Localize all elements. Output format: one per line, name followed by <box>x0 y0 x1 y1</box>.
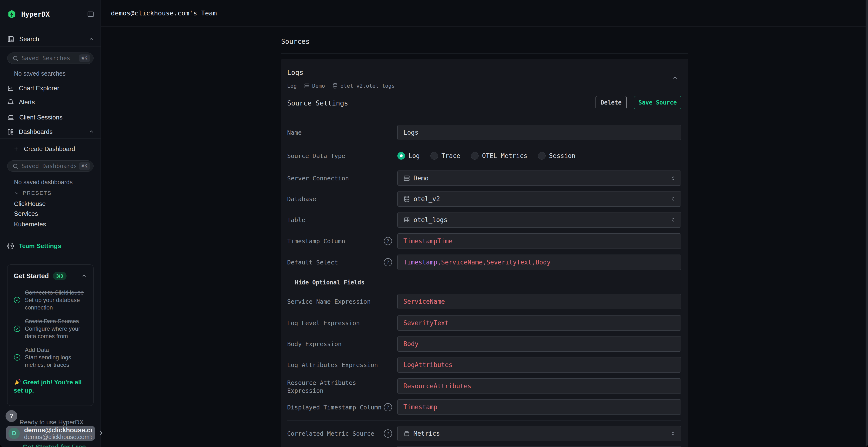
resource-attributes-input[interactable]: ResourceAttributes <box>397 378 681 394</box>
save-source-button[interactable]: Save Source <box>634 96 681 109</box>
radio-icon <box>430 152 438 160</box>
radio-otel-metrics[interactable]: OTEL Metrics <box>471 152 527 160</box>
no-saved-searches-note: No saved searches <box>14 70 66 77</box>
gear-icon <box>7 243 14 249</box>
check-circle-icon <box>14 297 21 304</box>
server-icon <box>403 175 410 182</box>
preset-clickhouse[interactable]: ClickHouse <box>14 200 46 208</box>
scrollbar[interactable] <box>866 0 868 447</box>
sidebar-item-client-sessions[interactable]: Client Sessions <box>7 114 94 121</box>
default-select-input[interactable]: Timestamp,ServiceName,SeverityText,Body <box>397 254 681 270</box>
log-level-input[interactable]: SeverityText <box>397 315 681 331</box>
radio-selected-icon <box>397 152 405 160</box>
data-type-radio-group: Log Trace OTEL Metrics Session <box>397 152 576 160</box>
collapse-card-icon[interactable] <box>672 75 678 81</box>
help-icon[interactable]: ? <box>384 429 392 438</box>
sidebar-item-team-settings[interactable]: Team Settings <box>7 242 94 250</box>
step-title: Create Data Sources <box>25 318 79 324</box>
divider <box>287 289 681 289</box>
sidebar-item-search[interactable]: Search <box>7 35 94 43</box>
select-chevrons-icon <box>670 217 676 223</box>
help-icon[interactable]: ? <box>384 237 392 245</box>
shortcut-badge: ⌘K <box>79 55 90 62</box>
delete-button[interactable]: Delete <box>595 96 627 109</box>
no-saved-dashboards-note: No saved dashboards <box>14 179 72 186</box>
get-started-free-link[interactable]: Get Started for Free <box>23 443 86 447</box>
saved-searches-input[interactable]: ⌘K <box>7 53 94 64</box>
saved-dashboards-field[interactable] <box>22 163 76 170</box>
avatar: D <box>8 428 20 439</box>
table-tag: otel_v2.otel_logs <box>340 83 395 89</box>
step-desc: Set up your database connection <box>25 297 80 311</box>
database-icon <box>332 83 338 89</box>
settings-title: Source Settings <box>287 99 348 107</box>
topbar: demos@clickhouse.com's Team <box>101 0 868 27</box>
sidebar: HyperDX Search ⌘K No saved se <box>0 0 101 447</box>
create-dashboard-button[interactable]: Create Dashboard <box>13 145 94 153</box>
logo-row: HyperDX <box>7 10 94 19</box>
table-grid-icon <box>403 216 410 223</box>
step-title: Connect to ClickHouse <box>25 289 84 296</box>
brand-name: HyperDX <box>21 10 50 18</box>
saved-searches-field[interactable] <box>22 55 76 62</box>
radio-icon <box>471 152 478 160</box>
team-title: demos@clickhouse.com's Team <box>111 9 217 17</box>
log-attributes-input[interactable]: LogAttributes <box>397 357 681 373</box>
help-icon[interactable]: ? <box>384 258 392 266</box>
party-popper-icon <box>14 378 22 386</box>
user-team: demos@clickhouse.com's <box>24 434 92 440</box>
hide-optional-fields-toggle[interactable]: Hide Optional Fields <box>295 279 365 286</box>
presets-toggle[interactable]: PRESETS <box>14 190 94 196</box>
table-select[interactable]: otel_logs <box>397 212 681 228</box>
source-card-title: Logs <box>287 69 303 77</box>
get-started-progress-badge: 3/3 <box>53 272 66 280</box>
get-started-step: Add Data Start sending logs, metrics, or… <box>14 346 87 369</box>
check-circle-icon <box>14 354 21 361</box>
dashboards-icon <box>7 128 14 135</box>
collapse-sidebar-icon[interactable] <box>87 10 94 18</box>
correlated-metric-select[interactable]: Metrics <box>397 426 681 441</box>
name-label: Name <box>287 129 389 137</box>
chevron-up-icon <box>89 129 94 135</box>
help-button[interactable]: ? <box>5 410 18 422</box>
get-started-step: Create Data Sources Configure where your… <box>14 317 87 340</box>
radio-log[interactable]: Log <box>397 152 420 160</box>
log-level-label: Log Level Expression <box>287 319 389 327</box>
alerts-label: Alerts <box>19 99 35 106</box>
name-input[interactable]: Logs <box>397 125 681 140</box>
user-email: demos@clickhouse.com <box>24 426 92 434</box>
chart-explorer-icon <box>7 85 14 92</box>
chevron-up-icon <box>89 36 94 42</box>
radio-trace[interactable]: Trace <box>430 152 460 160</box>
select-chevrons-icon <box>670 175 676 181</box>
user-menu[interactable]: D demos@clickhouse.com demos@clickhouse.… <box>6 426 95 441</box>
shortcut-badge: ⌘K <box>79 162 90 170</box>
search-icon <box>12 55 19 61</box>
saved-dashboards-input[interactable]: ⌘K <box>7 161 94 172</box>
preset-kubernetes[interactable]: Kubernetes <box>14 220 46 228</box>
table-label: Table <box>287 216 389 224</box>
sidebar-item-chart-explorer[interactable]: Chart Explorer <box>7 84 94 92</box>
sidebar-item-dashboards[interactable]: Dashboards <box>7 128 94 136</box>
create-dashboard-label: Create Dashboard <box>24 145 75 153</box>
chevron-up-icon[interactable] <box>81 273 87 279</box>
radio-session[interactable]: Session <box>538 152 576 160</box>
source-tags: Log Demo otel_v2.otel_logs <box>287 83 395 89</box>
team-settings-label: Team Settings <box>19 242 61 250</box>
database-select[interactable]: otel_v2 <box>397 191 681 207</box>
displayed-timestamp-input[interactable]: Timestamp <box>397 399 681 415</box>
step-desc: Start sending logs, metrics, or traces <box>25 354 73 368</box>
help-icon[interactable]: ? <box>384 403 392 411</box>
service-name-input[interactable]: ServiceName <box>397 294 681 309</box>
preset-services[interactable]: Services <box>14 210 38 217</box>
get-started-card: Get Started 3/3 Connect to ClickHouse Se… <box>7 265 94 406</box>
log-attributes-label: Log Attributes Expression <box>287 361 389 369</box>
timestamp-column-input[interactable]: TimestampTime <box>397 233 681 249</box>
body-expression-input[interactable]: Body <box>397 336 681 352</box>
sidebar-item-alerts[interactable]: Alerts <box>7 99 94 106</box>
step-desc: Configure where your data comes from <box>25 325 80 339</box>
page-title: Sources <box>281 38 310 45</box>
bell-icon <box>7 99 14 105</box>
server-connection-label: Server Connection <box>287 174 389 182</box>
server-connection-select[interactable]: Demo <box>397 171 681 186</box>
